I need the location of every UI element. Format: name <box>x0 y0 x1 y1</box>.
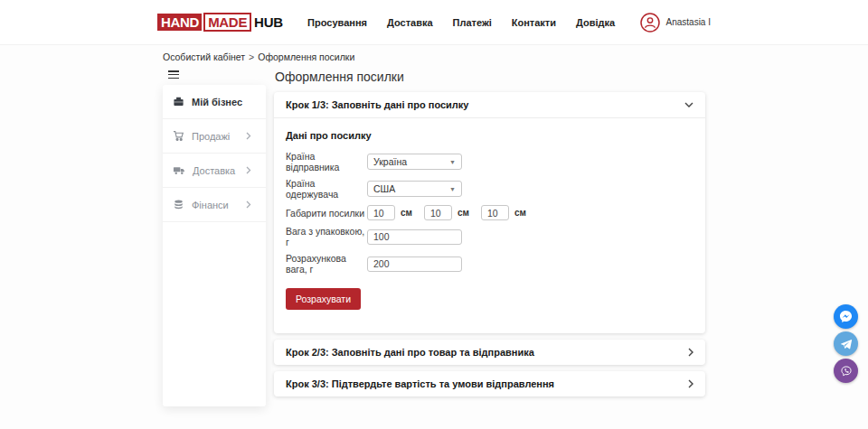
sidebar-item-my-business[interactable]: Мій бізнес <box>163 85 266 119</box>
main-nav: Просування Доставка Платежі Контакти Дов… <box>283 17 640 28</box>
packed-weight-input[interactable] <box>367 229 462 245</box>
user-name: Anastasia I <box>666 17 711 27</box>
breadcrumb-current: Оформлення посилки <box>258 51 354 62</box>
dimensions-label: Габарити посилки <box>286 208 367 219</box>
hamburger-menu-icon[interactable] <box>168 70 179 79</box>
step-1-header[interactable]: Крок 1/3: Заповніть дані про посилку <box>274 92 705 118</box>
step-2-title: Крок 2/3: Заповніть дані про товар та ві… <box>286 347 534 358</box>
sidebar-item-label: Доставка <box>193 165 246 176</box>
logo[interactable]: HAND MADE HUB <box>157 13 283 32</box>
chevron-right-icon <box>688 379 693 388</box>
logo-part-hand: HAND <box>157 14 202 31</box>
unit-cm-label: см <box>458 208 469 218</box>
sidebar-item-label: Продажі <box>192 131 246 142</box>
chevron-down-icon <box>684 102 693 107</box>
sidebar: Мій бізнес Продажі Доставка <box>163 70 266 406</box>
step-2-header[interactable]: Крок 2/3: Заповніть дані про товар та ві… <box>274 340 705 365</box>
header: HAND MADE HUB Просування Доставка Платеж… <box>0 0 868 45</box>
recipient-country-label: Країна одержувача <box>286 178 367 200</box>
chevron-right-icon <box>246 165 259 176</box>
step-3-title: Крок 3/3: Підтвердьте вартість та умови … <box>286 378 554 389</box>
sender-country-label: Країна відправника <box>286 151 367 173</box>
user-avatar-icon <box>640 13 660 33</box>
cart-icon <box>173 130 184 142</box>
sender-country-value: Україна <box>373 156 407 167</box>
calculated-weight-input[interactable] <box>367 256 462 272</box>
dimension-height-input[interactable] <box>481 205 509 220</box>
sidebar-item-delivery[interactable]: Доставка <box>163 154 266 188</box>
telegram-icon[interactable] <box>834 331 858 356</box>
step-2-card: Крок 2/3: Заповніть дані про товар та ві… <box>274 340 705 365</box>
truck-icon <box>173 164 185 176</box>
dimension-length-input[interactable] <box>367 205 395 220</box>
recipient-country-select[interactable]: США ▼ <box>367 181 462 197</box>
unit-cm-label: см <box>401 208 412 218</box>
sidebar-item-finance[interactable]: Фінанси <box>163 188 266 222</box>
parcel-data-heading: Дані про посилку <box>286 130 693 141</box>
user-menu[interactable]: Anastasia I <box>640 13 711 33</box>
nav-item-help[interactable]: Довідка <box>576 17 615 28</box>
page: HAND MADE HUB Просування Доставка Платеж… <box>0 0 868 429</box>
sender-country-select[interactable]: Україна ▼ <box>367 154 462 170</box>
nav-item-promotion[interactable]: Просування <box>307 17 367 28</box>
calculate-button[interactable]: Розрахувати <box>286 288 361 310</box>
sidebar-item-label: Фінанси <box>192 200 246 210</box>
messenger-icon[interactable] <box>834 304 858 329</box>
chevron-right-icon <box>688 348 693 357</box>
sidebar-item-sales[interactable]: Продажі <box>163 119 266 154</box>
nav-item-contacts[interactable]: Контакти <box>512 17 556 28</box>
step-1-card: Крок 1/3: Заповніть дані про посилку Дан… <box>274 92 705 333</box>
packed-weight-label: Вага з упаковкою, г <box>286 226 367 247</box>
social-float-bar <box>834 304 858 383</box>
nav-item-payments[interactable]: Платежі <box>453 17 492 28</box>
calculated-weight-label: Розрахункова вага, г <box>286 253 367 275</box>
nav-item-delivery[interactable]: Доставка <box>387 17 433 28</box>
briefcase-icon <box>173 96 184 107</box>
recipient-country-value: США <box>373 183 395 194</box>
coins-icon <box>173 199 184 210</box>
page-title: Оформлення посилки <box>275 70 705 84</box>
dropdown-arrow-icon: ▼ <box>449 186 456 192</box>
step-3-card: Крок 3/3: Підтвердьте вартість та умови … <box>274 371 705 396</box>
chevron-right-icon <box>246 200 259 210</box>
content: Оформлення посилки Крок 1/3: Заповніть д… <box>274 70 705 403</box>
step-1-body: Дані про посилку Країна відправника Укра… <box>274 118 705 333</box>
sidebar-card: Мій бізнес Продажі Доставка <box>163 85 266 406</box>
step-3-header[interactable]: Крок 3/3: Підтвердьте вартість та умови … <box>274 371 705 396</box>
logo-part-made: MADE <box>203 13 251 32</box>
logo-part-hub: HUB <box>254 14 283 30</box>
breadcrumb-cabinet[interactable]: Особистий кабінет <box>163 51 245 62</box>
breadcrumb: Особистий кабінет>Оформлення посилки <box>163 51 705 62</box>
breadcrumb-separator: > <box>249 51 254 62</box>
dimension-width-input[interactable] <box>424 205 452 220</box>
chevron-right-icon <box>246 131 259 142</box>
viber-icon[interactable] <box>834 359 858 383</box>
sidebar-item-label: Мій бізнес <box>192 97 259 107</box>
unit-cm-label: см <box>514 208 526 218</box>
dropdown-arrow-icon: ▼ <box>449 159 456 165</box>
step-1-title: Крок 1/3: Заповніть дані про посилку <box>286 99 468 110</box>
